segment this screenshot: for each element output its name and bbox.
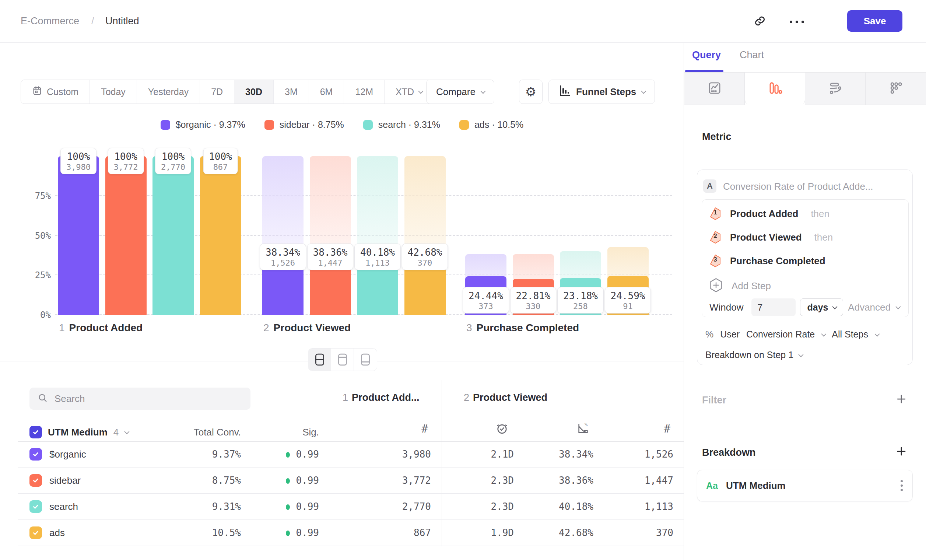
range-3m[interactable]: 3M — [274, 80, 309, 103]
compare-button[interactable]: Compare — [426, 80, 494, 104]
row-value: 42.68% — [520, 527, 593, 538]
range-custom[interactable]: Custom — [21, 80, 90, 103]
bar-value-label: 100%2,770 — [155, 148, 191, 174]
chart-legend: $organic · 9.37%sidebar · 8.75%search · … — [0, 120, 684, 130]
breakdown-on-step-select[interactable]: Breakdown on Step 1 — [705, 350, 802, 360]
window-label: Window — [710, 302, 743, 313]
breakdown-property-name: UTM Medium — [726, 480, 786, 492]
metric-name[interactable]: Conversion Rate of Product Adde... — [723, 181, 873, 192]
tab-retention[interactable] — [865, 73, 926, 105]
insights-icon — [707, 81, 722, 97]
row-checkbox[interactable] — [29, 500, 42, 513]
breakdown-property-card[interactable]: Aa UTM Medium — [697, 470, 913, 501]
table-step1-header[interactable]: 1Product Add... — [343, 392, 419, 403]
row-name: sidebar — [49, 475, 81, 486]
metric-section-title: Metric — [702, 131, 732, 142]
legend-item[interactable]: $organic · 9.37% — [160, 120, 245, 130]
count-icon[interactable]: # — [391, 422, 428, 435]
funnel-bar[interactable] — [200, 156, 241, 315]
add-breakdown-button[interactable] — [896, 446, 907, 457]
funnel-bar[interactable] — [58, 156, 99, 315]
row-checkbox[interactable] — [29, 474, 42, 487]
row-name: $organic — [49, 449, 86, 460]
layout-top-button[interactable] — [331, 348, 354, 371]
legend-item[interactable]: ads · 10.5% — [459, 120, 524, 130]
groupby-header[interactable]: UTM Medium 4 — [29, 426, 128, 439]
bar-value-label: 24.59%91 — [605, 287, 651, 313]
row-value: 40.18% — [520, 501, 593, 512]
window-value-input[interactable] — [751, 298, 796, 316]
layout-bottom-button[interactable] — [354, 348, 377, 371]
legend-swatch — [363, 120, 373, 130]
legend-label: ads · 10.5% — [474, 120, 524, 130]
measure-scope[interactable]: All Steps — [832, 329, 868, 340]
add-filter-button[interactable] — [896, 394, 907, 404]
step-number-badge: 2 — [710, 231, 721, 244]
select-all-checkbox[interactable] — [29, 426, 42, 439]
funnel-bar[interactable] — [153, 156, 194, 315]
conversion-rate-icon[interactable]: % — [552, 422, 589, 436]
tab-chart[interactable]: Chart — [740, 49, 764, 61]
advanced-toggle[interactable]: Advanced — [848, 298, 899, 316]
layout-split-button[interactable] — [308, 348, 331, 371]
legend-item[interactable]: search · 9.31% — [363, 120, 440, 130]
row-value: 2.3D — [458, 475, 514, 486]
breadcrumb-separator: / — [91, 15, 94, 27]
legend-label: sidebar · 8.75% — [280, 120, 344, 130]
table-step2-header[interactable]: 2Product Viewed — [464, 392, 547, 403]
range-7d[interactable]: 7D — [200, 80, 234, 103]
count-icon[interactable]: # — [634, 422, 670, 435]
tab-query[interactable]: Query — [692, 49, 721, 61]
topbar-divider — [827, 11, 827, 32]
total-conv-column-header[interactable]: Total Conv. — [167, 427, 241, 438]
row-checkbox[interactable] — [29, 448, 42, 460]
window-unit-select[interactable]: days — [800, 298, 843, 316]
search-input[interactable] — [54, 393, 232, 404]
y-axis-label: 0% — [11, 310, 51, 320]
chart-type-button[interactable]: Funnel Steps — [548, 80, 655, 104]
bar-value-label: 100%867 — [203, 148, 238, 174]
funnel-step-label: 2Product Viewed — [263, 322, 351, 334]
chevron-down-icon — [832, 304, 838, 309]
row-significance: 0.99 — [245, 501, 319, 512]
legend-swatch — [459, 120, 469, 130]
more-menu-button[interactable] — [788, 13, 805, 30]
save-button[interactable]: Save — [847, 10, 902, 32]
query-step-2[interactable]: 2Product Viewedthen — [710, 231, 833, 244]
range-today[interactable]: Today — [90, 80, 137, 103]
avg-time-icon[interactable] — [472, 422, 508, 436]
range-12m[interactable]: 12M — [344, 80, 384, 103]
breadcrumb-project[interactable]: E-Commerce — [21, 15, 79, 27]
retention-icon — [888, 81, 903, 97]
query-step-1[interactable]: 1Product Addedthen — [710, 207, 829, 220]
search-icon — [38, 393, 48, 404]
percent-icon[interactable]: % — [705, 329, 713, 340]
chevron-down-icon — [896, 304, 900, 309]
measure-metric[interactable]: Conversion Rate — [746, 329, 815, 340]
layout-top-icon — [337, 353, 348, 366]
legend-item[interactable]: sidebar · 8.75% — [265, 120, 344, 130]
chevron-down-icon — [124, 429, 130, 434]
chart-settings-button[interactable]: ⚙ — [519, 80, 543, 104]
query-step-3[interactable]: 3Purchase Completed — [710, 254, 825, 268]
tab-insights[interactable] — [684, 73, 745, 105]
tab-funnels[interactable] — [745, 73, 805, 105]
breadcrumb-report-title[interactable]: Untitled — [105, 15, 139, 27]
breakdown-section-title: Breakdown — [702, 447, 756, 458]
table-search-box[interactable] — [29, 387, 250, 410]
measure-actor[interactable]: User — [720, 329, 740, 340]
range-yesterday[interactable]: Yesterday — [137, 80, 200, 103]
add-step-button[interactable]: Add Step — [710, 278, 771, 294]
row-checkbox[interactable] — [29, 527, 42, 539]
row-name: ads — [49, 527, 65, 539]
range-30d[interactable]: 30D — [234, 80, 274, 103]
funnel-steps-icon — [558, 84, 571, 100]
funnels-icon — [768, 81, 782, 97]
range-6m[interactable]: 6M — [309, 80, 344, 103]
tab-flows[interactable] — [805, 73, 865, 105]
funnel-bar[interactable] — [105, 156, 147, 315]
bar-value-label: 40.18%1,113 — [354, 244, 401, 270]
kebab-menu-icon[interactable] — [900, 480, 903, 491]
copy-link-button[interactable] — [751, 13, 769, 30]
sig-column-header[interactable]: Sig. — [245, 427, 319, 438]
